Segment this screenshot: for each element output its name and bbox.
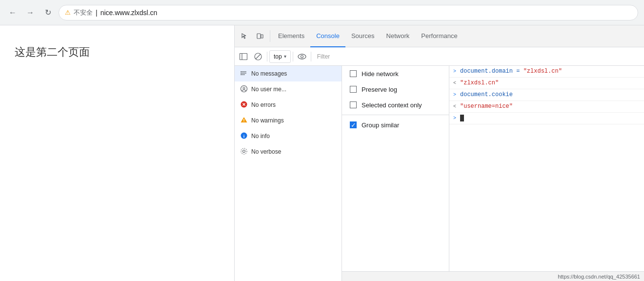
user-circle-icon — [241, 85, 247, 92]
tab-performance[interactable]: Performance — [415, 25, 463, 47]
svg-rect-1 — [261, 35, 263, 38]
insecure-label: 不安全 — [74, 8, 93, 17]
dropdown-selected-context[interactable]: Selected context only — [342, 97, 449, 113]
device-toolbar-button[interactable] — [252, 28, 268, 44]
sidebar-errors-label: No errors — [251, 101, 276, 108]
svg-point-7 — [301, 55, 303, 58]
sidebar-item-warnings[interactable]: No warnings — [235, 113, 342, 128]
messages-icon — [241, 70, 247, 78]
selected-context-checkbox[interactable] — [350, 101, 357, 108]
page-title: 这是第二个页面 — [15, 45, 220, 60]
warning-triangle-icon — [241, 117, 247, 123]
entry-arrow-icon: > — [453, 114, 460, 123]
group-similar-label: Group similar — [362, 121, 399, 129]
warning-icon — [241, 117, 247, 124]
selected-context-label: Selected context only — [362, 101, 422, 109]
preserve-log-label: Preserve log — [362, 86, 397, 93]
dropdown-group-similar[interactable]: ✓ Group similar — [342, 117, 449, 133]
eye-icon — [298, 53, 306, 60]
hide-network-checkbox[interactable] — [350, 70, 357, 77]
group-similar-checkbox[interactable]: ✓ — [350, 121, 357, 128]
eye-button[interactable] — [295, 50, 309, 63]
sidebar-item-errors[interactable]: No errors — [235, 97, 342, 113]
svg-point-21 — [243, 121, 244, 122]
svg-point-25 — [241, 148, 247, 154]
code-string: "zlxdsl.cn" — [523, 68, 562, 75]
page-content: 这是第二个页面 — [0, 25, 234, 281]
console-body: No messages No user me... — [235, 66, 644, 281]
svg-point-13 — [241, 74, 242, 75]
dropdown-divider — [342, 115, 449, 115]
code-keyword: document.domain = — [460, 68, 523, 75]
preserve-log-checkbox[interactable] — [350, 86, 357, 93]
user-icon — [241, 85, 247, 94]
clear-console-button[interactable] — [251, 50, 265, 63]
entry-text: "zlxdsl.cn" — [460, 79, 640, 87]
error-icon — [241, 101, 247, 109]
sidebar-item-verbose[interactable]: No verbose — [235, 144, 342, 160]
toolbar-divider — [267, 52, 267, 61]
context-selector[interactable]: top ▾ — [269, 50, 291, 63]
forward-button[interactable]: → — [23, 6, 37, 20]
clear-icon — [254, 53, 262, 60]
back-button[interactable]: ← — [6, 6, 20, 20]
sidebar-info-label: No info — [251, 133, 270, 140]
dropdown-preserve-log[interactable]: Preserve log — [342, 81, 449, 97]
sidebar-verbose-label: No verbose — [251, 148, 281, 155]
console-toolbar: top ▾ — [235, 47, 644, 66]
table-row: < "username=nice" — [449, 101, 644, 113]
context-label: top — [274, 53, 282, 60]
info-circle-icon: i — [241, 132, 247, 139]
error-circle-icon — [241, 101, 247, 108]
tab-console[interactable]: Console — [310, 25, 345, 47]
code-string: "zlxdsl.cn" — [460, 80, 499, 86]
dropdown-hide-network[interactable]: Hide network — [342, 66, 449, 81]
inspect-element-button[interactable] — [237, 28, 252, 44]
entry-arrow-icon: > — [453, 90, 460, 100]
svg-point-11 — [241, 71, 242, 72]
toolbar-divider-2 — [293, 52, 293, 61]
sidebar-messages-label: No messages — [251, 70, 287, 77]
address-bar[interactable]: ⚠ 不安全 | nice.www.zlxdsl.cn — [59, 5, 638, 20]
chevron-down-icon: ▾ — [284, 54, 286, 59]
device-icon — [256, 32, 264, 40]
svg-rect-0 — [257, 34, 261, 39]
console-sidebar: No messages No user me... — [235, 66, 342, 281]
svg-point-15 — [243, 87, 245, 89]
svg-line-5 — [256, 54, 261, 59]
messages-sidebar-toggle[interactable] — [237, 50, 250, 63]
gear-icon — [241, 148, 247, 155]
filter-input[interactable] — [313, 50, 642, 63]
info-icon: i — [241, 132, 247, 140]
list-icon — [241, 70, 247, 76]
security-warning-icon: ⚠ — [65, 9, 71, 16]
tab-network[interactable]: Network — [381, 25, 416, 47]
code-string: "username=nice" — [460, 103, 513, 110]
console-input-row[interactable]: > — [449, 113, 644, 124]
status-url: https://blog.csdn.net/qq_42535661 — [558, 274, 640, 280]
tab-elements[interactable]: Elements — [272, 25, 310, 47]
sidebar-item-info[interactable]: i No info — [235, 128, 342, 144]
entry-text: document.cookie — [460, 90, 640, 99]
entry-arrow-icon: < — [453, 79, 460, 88]
cursor — [460, 115, 464, 121]
entry-arrow-icon: > — [453, 67, 460, 76]
entry-text: "username=nice" — [460, 102, 640, 111]
right-top: Hide network Preserve log Selected conte… — [342, 66, 644, 271]
svg-point-24 — [243, 150, 245, 152]
tab-sources[interactable]: Sources — [345, 25, 381, 47]
console-input[interactable] — [460, 114, 640, 122]
svg-point-6 — [298, 54, 306, 59]
page-area: 这是第二个页面 Elements Console Sources Network… — [0, 25, 644, 281]
reload-button[interactable]: ↻ — [41, 6, 55, 20]
table-row: < "zlxdsl.cn" — [449, 78, 644, 89]
toolbar-divider-3 — [311, 52, 311, 61]
url-separator: | — [96, 9, 98, 17]
sidebar-item-messages[interactable]: No messages — [235, 66, 342, 81]
tab-divider — [270, 30, 270, 42]
devtools-panel: Elements Console Sources Network Perform… — [234, 25, 644, 281]
sidebar-warnings-label: No warnings — [251, 117, 284, 124]
dropdown-panel: Hide network Preserve log Selected conte… — [342, 66, 449, 271]
sidebar-item-user[interactable]: No user me... — [235, 81, 342, 97]
entry-text: document.domain = "zlxdsl.cn" — [460, 67, 640, 76]
